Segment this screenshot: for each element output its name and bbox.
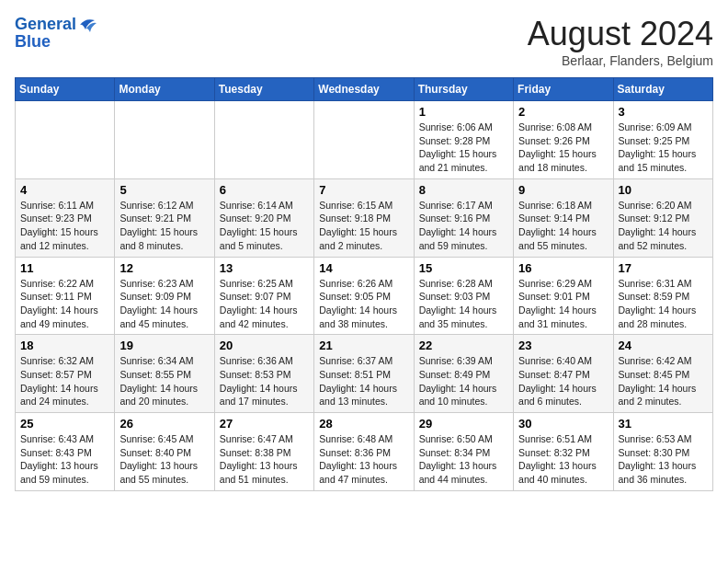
day-number: 20 bbox=[220, 339, 309, 352]
logo-general-text: General bbox=[15, 15, 76, 34]
calendar-table: SundayMondayTuesdayWednesdayThursdayFrid… bbox=[15, 77, 713, 491]
day-info: Sunrise: 6:23 AM Sunset: 9:09 PM Dayligh… bbox=[119, 277, 209, 331]
calendar-day: 12Sunrise: 6:23 AM Sunset: 9:09 PM Dayli… bbox=[115, 257, 214, 335]
calendar-day: 11Sunrise: 6:22 AM Sunset: 9:11 PM Dayli… bbox=[16, 257, 115, 335]
weekday-header-saturday: Saturday bbox=[613, 78, 712, 101]
day-number: 24 bbox=[619, 339, 708, 352]
calendar-day: 30Sunrise: 6:51 AM Sunset: 8:32 PM Dayli… bbox=[514, 413, 613, 491]
calendar-day: 25Sunrise: 6:43 AM Sunset: 8:43 PM Dayli… bbox=[16, 413, 115, 491]
calendar-day: 6Sunrise: 6:14 AM Sunset: 9:20 PM Daylig… bbox=[214, 178, 313, 257]
calendar-day: 4Sunrise: 6:11 AM Sunset: 9:23 PM Daylig… bbox=[16, 178, 115, 257]
day-info: Sunrise: 6:53 AM Sunset: 8:30 PM Dayligh… bbox=[619, 432, 708, 487]
calendar-day: 28Sunrise: 6:48 AM Sunset: 8:36 PM Dayli… bbox=[314, 413, 414, 491]
day-number: 4 bbox=[20, 183, 109, 197]
day-info: Sunrise: 6:28 AM Sunset: 9:03 PM Dayligh… bbox=[419, 277, 508, 331]
day-info: Sunrise: 6:36 AM Sunset: 8:53 PM Dayligh… bbox=[220, 354, 309, 408]
calendar-day: 7Sunrise: 6:15 AM Sunset: 9:18 PM Daylig… bbox=[314, 178, 414, 257]
day-number: 11 bbox=[20, 261, 109, 275]
calendar-day: 10Sunrise: 6:20 AM Sunset: 9:12 PM Dayli… bbox=[613, 178, 712, 257]
calendar-day: 31Sunrise: 6:53 AM Sunset: 8:30 PM Dayli… bbox=[613, 413, 712, 491]
day-info: Sunrise: 6:37 AM Sunset: 8:51 PM Dayligh… bbox=[319, 354, 408, 408]
day-number: 6 bbox=[220, 183, 309, 197]
weekday-header-monday: Monday bbox=[115, 78, 214, 101]
weekday-header-wednesday: Wednesday bbox=[314, 78, 414, 101]
day-number: 18 bbox=[20, 339, 109, 352]
day-number: 26 bbox=[119, 417, 209, 431]
title-area: August 2024 Berlaar, Flanders, Belgium bbox=[528, 15, 713, 68]
day-info: Sunrise: 6:32 AM Sunset: 8:57 PM Dayligh… bbox=[20, 354, 109, 408]
calendar-day bbox=[314, 101, 414, 179]
day-info: Sunrise: 6:18 AM Sunset: 9:14 PM Dayligh… bbox=[518, 199, 608, 253]
day-info: Sunrise: 6:08 AM Sunset: 9:26 PM Dayligh… bbox=[518, 121, 608, 175]
day-info: Sunrise: 6:50 AM Sunset: 8:34 PM Dayligh… bbox=[419, 432, 508, 487]
day-number: 2 bbox=[518, 105, 608, 119]
day-info: Sunrise: 6:42 AM Sunset: 8:45 PM Dayligh… bbox=[619, 354, 708, 408]
calendar-day: 22Sunrise: 6:39 AM Sunset: 8:49 PM Dayli… bbox=[414, 335, 513, 413]
day-number: 23 bbox=[518, 339, 608, 352]
weekday-header-friday: Friday bbox=[514, 78, 613, 101]
day-info: Sunrise: 6:31 AM Sunset: 8:59 PM Dayligh… bbox=[619, 277, 708, 331]
calendar-day: 16Sunrise: 6:29 AM Sunset: 9:01 PM Dayli… bbox=[514, 257, 613, 335]
day-info: Sunrise: 6:39 AM Sunset: 8:49 PM Dayligh… bbox=[419, 354, 508, 408]
calendar-day: 18Sunrise: 6:32 AM Sunset: 8:57 PM Dayli… bbox=[16, 335, 115, 413]
calendar-day: 23Sunrise: 6:40 AM Sunset: 8:47 PM Dayli… bbox=[514, 335, 613, 413]
day-number: 12 bbox=[119, 261, 209, 275]
day-info: Sunrise: 6:25 AM Sunset: 9:07 PM Dayligh… bbox=[220, 277, 309, 331]
calendar-day: 29Sunrise: 6:50 AM Sunset: 8:34 PM Dayli… bbox=[414, 413, 513, 491]
calendar-day: 24Sunrise: 6:42 AM Sunset: 8:45 PM Dayli… bbox=[613, 335, 712, 413]
day-info: Sunrise: 6:17 AM Sunset: 9:16 PM Dayligh… bbox=[419, 199, 508, 253]
day-info: Sunrise: 6:45 AM Sunset: 8:40 PM Dayligh… bbox=[119, 432, 209, 487]
day-number: 8 bbox=[419, 183, 508, 197]
location: Berlaar, Flanders, Belgium bbox=[528, 53, 713, 68]
day-info: Sunrise: 6:47 AM Sunset: 8:38 PM Dayligh… bbox=[220, 432, 309, 487]
calendar-day: 2Sunrise: 6:08 AM Sunset: 9:26 PM Daylig… bbox=[514, 101, 613, 179]
calendar-week-row: 11Sunrise: 6:22 AM Sunset: 9:11 PM Dayli… bbox=[16, 257, 713, 335]
calendar-week-row: 4Sunrise: 6:11 AM Sunset: 9:23 PM Daylig… bbox=[16, 178, 713, 257]
calendar-day: 26Sunrise: 6:45 AM Sunset: 8:40 PM Dayli… bbox=[115, 413, 214, 491]
day-number: 7 bbox=[319, 183, 408, 197]
day-info: Sunrise: 6:22 AM Sunset: 9:11 PM Dayligh… bbox=[20, 277, 109, 331]
day-number: 3 bbox=[619, 105, 708, 119]
day-number: 5 bbox=[119, 183, 209, 197]
calendar-day: 19Sunrise: 6:34 AM Sunset: 8:55 PM Dayli… bbox=[115, 335, 214, 413]
day-info: Sunrise: 6:06 AM Sunset: 9:28 PM Dayligh… bbox=[419, 121, 508, 175]
calendar-week-row: 25Sunrise: 6:43 AM Sunset: 8:43 PM Dayli… bbox=[16, 413, 713, 491]
logo-blue-text: Blue bbox=[15, 32, 51, 52]
day-number: 16 bbox=[518, 261, 608, 275]
calendar-week-row: 18Sunrise: 6:32 AM Sunset: 8:57 PM Dayli… bbox=[16, 335, 713, 413]
day-number: 30 bbox=[518, 417, 608, 431]
day-info: Sunrise: 6:43 AM Sunset: 8:43 PM Dayligh… bbox=[20, 432, 109, 487]
calendar-day: 14Sunrise: 6:26 AM Sunset: 9:05 PM Dayli… bbox=[314, 257, 414, 335]
logo-wrapper: General Blue bbox=[15, 15, 97, 52]
day-info: Sunrise: 6:20 AM Sunset: 9:12 PM Dayligh… bbox=[619, 199, 708, 253]
calendar-day: 27Sunrise: 6:47 AM Sunset: 8:38 PM Dayli… bbox=[214, 413, 313, 491]
day-info: Sunrise: 6:15 AM Sunset: 9:18 PM Dayligh… bbox=[319, 199, 408, 253]
weekday-header-sunday: Sunday bbox=[16, 78, 115, 101]
day-info: Sunrise: 6:14 AM Sunset: 9:20 PM Dayligh… bbox=[220, 199, 309, 253]
weekday-header-tuesday: Tuesday bbox=[214, 78, 313, 101]
page-header: General Blue August 2024 Berlaar, Flande… bbox=[15, 15, 713, 68]
calendar-day: 5Sunrise: 6:12 AM Sunset: 9:21 PM Daylig… bbox=[115, 178, 214, 257]
day-number: 15 bbox=[419, 261, 508, 275]
day-number: 31 bbox=[619, 417, 708, 431]
day-info: Sunrise: 6:34 AM Sunset: 8:55 PM Dayligh… bbox=[119, 354, 209, 408]
calendar-day bbox=[214, 101, 313, 179]
calendar-day: 8Sunrise: 6:17 AM Sunset: 9:16 PM Daylig… bbox=[414, 178, 513, 257]
day-number: 29 bbox=[419, 417, 508, 431]
day-info: Sunrise: 6:48 AM Sunset: 8:36 PM Dayligh… bbox=[319, 432, 408, 487]
day-info: Sunrise: 6:26 AM Sunset: 9:05 PM Dayligh… bbox=[319, 277, 408, 331]
day-info: Sunrise: 6:09 AM Sunset: 9:25 PM Dayligh… bbox=[619, 121, 708, 175]
weekday-header-thursday: Thursday bbox=[414, 78, 513, 101]
day-number: 27 bbox=[220, 417, 309, 431]
day-info: Sunrise: 6:51 AM Sunset: 8:32 PM Dayligh… bbox=[518, 432, 608, 487]
day-number: 22 bbox=[419, 339, 508, 352]
logo-bird-icon bbox=[76, 17, 97, 33]
calendar-day: 13Sunrise: 6:25 AM Sunset: 9:07 PM Dayli… bbox=[214, 257, 313, 335]
day-number: 21 bbox=[319, 339, 408, 352]
calendar-day: 17Sunrise: 6:31 AM Sunset: 8:59 PM Dayli… bbox=[613, 257, 712, 335]
calendar-day: 3Sunrise: 6:09 AM Sunset: 9:25 PM Daylig… bbox=[613, 101, 712, 179]
day-number: 28 bbox=[319, 417, 408, 431]
day-info: Sunrise: 6:12 AM Sunset: 9:21 PM Dayligh… bbox=[119, 199, 209, 253]
day-number: 13 bbox=[220, 261, 309, 275]
day-number: 9 bbox=[518, 183, 608, 197]
